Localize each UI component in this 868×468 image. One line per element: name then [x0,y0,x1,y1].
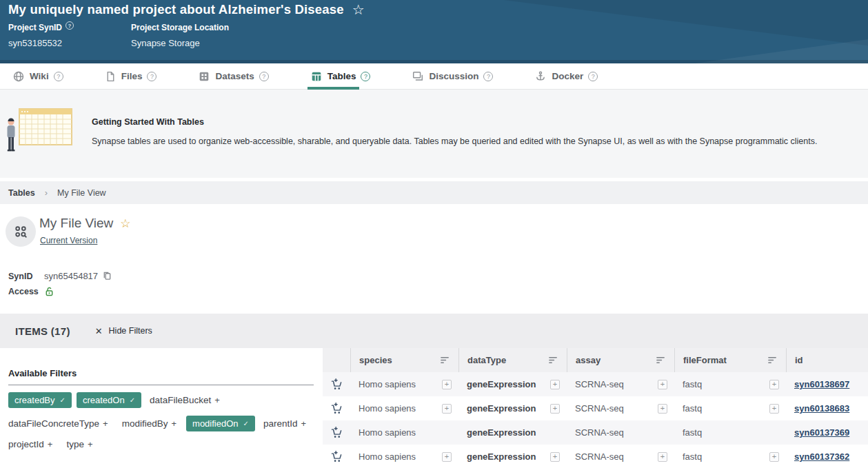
file-view-icon [6,216,36,247]
filter-chip-modifiedOn[interactable]: modifiedOn✓ [186,416,255,431]
filter-chip-createdOn[interactable]: createdOn✓ [77,392,141,408]
add-to-cart-button[interactable] [323,396,350,420]
expand-icon[interactable]: + [658,452,667,462]
tab-datasets[interactable]: Datasets ? [195,63,271,89]
docker-icon [534,70,547,83]
tab-tables[interactable]: Tables ? [307,63,374,89]
filter-option-label: type [66,439,84,449]
filter-option-type[interactable]: type+ [66,439,92,449]
chevron-right-icon: › [45,187,48,198]
expand-icon[interactable]: + [442,380,452,389]
tab-label: Datasets [215,71,254,81]
entity-link[interactable]: syn60137362 [794,451,849,462]
plus-icon: + [214,395,220,405]
expand-icon[interactable]: + [550,380,560,389]
column-header-dataType[interactable]: dataType [458,348,567,372]
available-filters-panel: Available Filters createdBy✓ createdOn✓ … [0,348,314,468]
add-to-cart-button[interactable] [323,445,350,468]
cell-species: Homo sapiens+ [350,420,458,445]
favorite-star-icon[interactable]: ☆ [352,3,365,17]
project-header: My uniquely named project about Alzheime… [0,0,868,63]
expand-icon[interactable]: + [550,452,560,462]
filter-option-modifiedBy[interactable]: modifiedBy+ [122,418,176,429]
entity-link[interactable]: syn60138697 [794,379,849,389]
close-icon: ✕ [95,326,103,336]
tab-wiki[interactable]: Wiki ? [10,63,66,89]
items-count-title: ITEMS (17) [15,325,70,337]
entity-favorite-star-icon[interactable]: ☆ [120,216,130,231]
expand-icon[interactable]: + [769,404,779,414]
filter-chip-label: modifiedOn [192,418,238,429]
help-icon[interactable]: ? [483,72,493,81]
expand-icon[interactable]: + [442,404,452,414]
check-icon: ✓ [130,396,135,404]
entity-link[interactable]: syn60138683 [794,403,849,414]
help-icon[interactable]: ? [361,72,370,81]
column-header-id[interactable]: id [786,348,868,372]
sort-icon[interactable] [548,356,558,365]
tab-label: Wiki [30,71,49,81]
file-view-table: species dataType assay fileFormat id Hom… [323,348,868,468]
current-version-link[interactable]: Current Version [40,236,97,245]
tab-label: Discussion [429,71,478,81]
storage-location-label: Project Storage Location [131,23,229,32]
help-icon[interactable]: ? [54,72,63,81]
tab-label: Tables [327,71,356,81]
column-header-fileFormat[interactable]: fileFormat [674,348,786,372]
getting-started-banner: Getting Started With Tables Synapse tabl… [0,90,868,178]
tab-docker[interactable]: Docker ? [532,63,600,89]
cart-plus-icon [330,449,344,464]
sort-icon[interactable] [767,356,778,365]
filter-option-label: projectId [8,439,44,449]
tab-discussion[interactable]: Discussion ? [409,63,496,89]
expand-icon[interactable]: + [442,452,452,462]
project-synid-label: Project SynID ? [8,23,131,32]
filter-option-label: dataFileConcreteType [8,418,99,429]
add-to-cart-button[interactable] [323,372,350,396]
unlocked-lock-icon[interactable] [44,286,54,297]
entity-link[interactable]: syn60137369 [794,427,849,438]
breadcrumb-tables-link[interactable]: Tables [8,188,35,198]
filter-option-parentId[interactable]: parentId+ [263,418,306,429]
copy-icon[interactable] [102,271,112,281]
column-header-label: id [795,355,803,365]
expand-icon[interactable]: + [658,380,667,389]
filter-option-label: parentId [263,418,298,429]
cell-id: syn60137362 [786,445,868,468]
filter-chip-label: createdBy [14,395,55,405]
sort-icon[interactable] [440,356,450,365]
entity-header: My File View ☆ Current Version [0,204,868,258]
cart-plus-icon [330,401,344,416]
help-icon[interactable]: ? [588,72,598,81]
table-row: Homo sapiens+ geneExpression+ SCRNA-seq+… [323,396,868,420]
entity-metadata: SynID syn65454817 Access [0,258,868,314]
filter-option-label: dataFileBucket [150,395,211,405]
filter-option-projectId[interactable]: projectId+ [8,439,52,449]
cell-assay: SCRNA-seq+ [567,396,674,420]
filter-option-dataFileConcreteType[interactable]: dataFileConcreteType+ [8,418,108,429]
expand-icon[interactable]: + [769,452,779,462]
help-icon[interactable]: ? [147,72,157,81]
tab-files[interactable]: Files ? [102,63,160,89]
add-to-cart-button[interactable] [323,420,350,445]
cell-fileFormat: fastq+ [674,372,786,396]
filter-chip-label: createdOn [83,395,125,405]
cell-dataType: geneExpression+ [458,396,567,420]
cell-fileFormat: fastq+ [674,420,786,445]
project-synid-value: syn53185532 [8,38,131,48]
getting-started-title: Getting Started With Tables [92,117,857,127]
help-icon[interactable]: ? [65,21,74,30]
cell-fileFormat: fastq+ [674,445,786,468]
filter-chip-createdBy[interactable]: createdBy✓ [8,392,72,408]
expand-icon[interactable]: + [658,404,667,414]
sort-icon[interactable] [656,356,666,365]
plus-icon: + [48,439,53,449]
hide-filters-button[interactable]: ✕ Hide Filters [95,326,152,336]
filter-option-dataFileBucket[interactable]: dataFileBucket+ [150,395,220,405]
check-icon: ✓ [60,396,65,404]
help-icon[interactable]: ? [259,72,269,81]
column-header-species[interactable]: species [350,348,458,372]
expand-icon[interactable]: + [769,380,779,389]
column-header-assay[interactable]: assay [567,348,674,372]
expand-icon[interactable]: + [550,404,560,414]
